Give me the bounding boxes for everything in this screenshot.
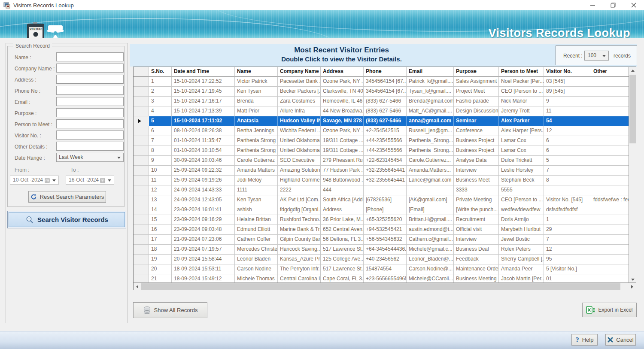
grid-cell [591,106,629,116]
header-banner: VISITOR Visitors Records Lookup [0,10,644,38]
grid-cell: Matt Prior [235,106,278,116]
table-row[interactable]: 2118-09-2024 15:49:12Michele ThomasCentr… [134,274,629,283]
table-row[interactable]: 1821-09-2024 07:19:57Mercedes Christe...… [134,245,629,255]
table-row[interactable]: 608-10-2024 08:26:38Bertha JenningsWichi… [134,126,629,136]
table-row[interactable]: 1125-09-2024 09:19:26Jodi MeloyHighland … [134,176,629,185]
scroll-right-button[interactable] [629,283,636,290]
recent-count-select[interactable]: 100 [584,51,609,61]
cancel-button[interactable]: Cancel [605,334,636,346]
chevron-down-icon [52,179,56,182]
grid-cell: 5 [Visitor No.] [544,264,591,274]
from-date-value: 10-Oct -2024 [13,177,43,183]
grid-cell: Bertha Jennings [235,126,278,136]
phone-no-input[interactable] [56,86,124,95]
grid-cell: 21 [149,274,172,283]
other-details-input[interactable] [56,142,124,151]
email-field-row: Email : [6,97,128,108]
reset-search-label: Reset Search Parameters [40,194,104,200]
grid-cell: 15-10-2024 17:11:02 [172,116,235,126]
grid-cell: 17 [149,235,172,245]
restore-button[interactable] [603,0,623,10]
email-input[interactable] [56,97,124,106]
help-button[interactable]: ? Help [571,334,598,346]
show-all-records-button[interactable]: Show All Records [133,302,207,318]
grid-cell: Maintenance Order [454,264,499,274]
grid-cell: 30-09-2024 10:03:46 [172,156,235,166]
horizontal-scrollbar[interactable] [134,282,636,290]
grid-cell: Savage, MN 378 [321,116,364,126]
scroll-left-button[interactable] [134,283,141,290]
grid-cell: +65-325255620 [364,215,407,225]
table-row[interactable]: 1423-09-2024 16:01:41ashishfdgdgdfg [Org… [134,205,629,215]
grid-cell: Analyse Data [454,156,499,166]
grid-cell: Clarksville, TN 40... [321,87,364,97]
grid-cell: +32-2355645441 [364,166,407,176]
table-row[interactable]: 930-09-2024 10:03:46Carole GutierrezSEO … [134,156,629,166]
scroll-up-button[interactable] [629,67,636,74]
grid-cell: United Oklahoma... [278,136,321,146]
grid-cell: 21-09-2024 07:19:57 [172,245,235,255]
vertical-scrollbar[interactable] [629,67,636,283]
export-excel-button[interactable]: Export in Excel [582,303,637,317]
grid-cell: Ozone Park, NY ... [321,77,364,87]
grid-cell [407,185,454,195]
table-row[interactable]: 1721-09-2024 07:23:06Cathern CofferGilpi… [134,235,629,245]
table-row[interactable]: 701-10-2024 11:35:47Parthenia StrongUnit… [134,136,629,146]
table-row[interactable]: 2018-09-2024 15:53:11Carson NodineThe Pe… [134,264,629,274]
table-row[interactable]: 1224-09-2024 14:43:331111222244433335555 [134,185,629,195]
table-row[interactable]: 315-10-2024 17:16:17BrendaZara CostumesR… [134,97,629,106]
from-date-picker[interactable]: 10-Oct -2024 [10,176,59,185]
visitor-records-grid[interactable]: S.No.Date and TimeNameCompany NameAddres… [133,67,636,290]
grid-cell: 19/311 Cottage ... [321,146,364,156]
horizontal-scroll-thumb[interactable] [141,283,620,290]
table-row[interactable]: 1523-09-2024 09:16:29Helaine BrittanRush… [134,215,629,225]
table-row[interactable]: 415-10-2024 17:13:39Matt PriorAllure Inf… [134,106,629,116]
table-row[interactable]: 1324-09-2024 12:43:05Ken TysanAK Pvt Ltd… [134,195,629,205]
row-selector-cell [134,77,149,87]
company-name-input[interactable] [56,64,124,73]
table-row[interactable]: 1025-09-2024 09:22:32Amanda MattersAmazi… [134,166,629,176]
address-input[interactable] [56,75,124,84]
name-field-row: Name : [6,52,128,64]
grid-cell: +44-235455566 [364,146,407,156]
grid-cell: 18 [149,245,172,255]
purpose-input[interactable] [56,108,124,117]
table-row[interactable]: 1623-09-2024 09:03:48Edmund ElliottMarin… [134,225,629,235]
row-selector-cell [134,195,149,205]
column-header-purpose: Purpose [454,67,499,77]
grid-cell: 15 [149,215,172,225]
grid-cell: 23-09-2024 09:03:48 [172,225,235,235]
grid-cell: (833) 627-5466 [364,106,407,116]
address-field-row: Address : [6,75,128,86]
grid-cell: 5555 [499,185,544,195]
person-to-meet-input[interactable] [56,119,124,128]
column-header-name: Name [235,67,278,77]
visitor-no-label: Visitor No. : [15,133,41,139]
grid-cell: Nick Manor [499,97,544,106]
grid-cell: Leonor Bladen [235,255,278,264]
name-input[interactable] [56,52,124,61]
visitor-no-input[interactable] [56,130,124,140]
title-bar: Visitors Records Lookup [0,0,644,10]
grid-cell: Lamar Cox [499,136,544,146]
close-button[interactable] [623,0,644,10]
phone-no-label: Phone No : [15,88,40,94]
table-row[interactable]: 515-10-2024 17:11:02AnatasiaHudson Valle… [134,116,629,126]
date-range-select[interactable]: Last Week [56,153,124,162]
to-date-picker[interactable]: 16-Oct -2024 [66,176,114,185]
minimize-button[interactable] [582,0,603,10]
grid-cell: 77 Hudson Park ... [321,166,364,176]
reset-search-button[interactable]: Reset Search Parameters [28,191,106,203]
grid-cell: (833) 627-5466 [364,116,407,126]
table-row[interactable]: 115-10-2024 17:22:52Victor PatrickPacese… [134,77,629,87]
table-row[interactable]: 801-10-2024 10:10:54Parthenia StrongUnit… [134,146,629,156]
vertical-scroll-thumb[interactable] [629,75,636,143]
grid-cell: Michele@gmail.c... [407,245,454,255]
search-visitor-records-button[interactable]: Search Visitor Records [9,212,125,227]
search-icon [25,215,34,224]
grid-cell: 652 Central Aven... [321,225,364,235]
to-label: To : [70,167,79,173]
row-selector-cell [134,274,149,283]
table-row[interactable]: 1920-09-2024 15:58:44Leonor BladenKansas… [134,255,629,264]
table-row[interactable]: 215-10-2024 17:19:45Ken TysanBecker Pack… [134,87,629,97]
